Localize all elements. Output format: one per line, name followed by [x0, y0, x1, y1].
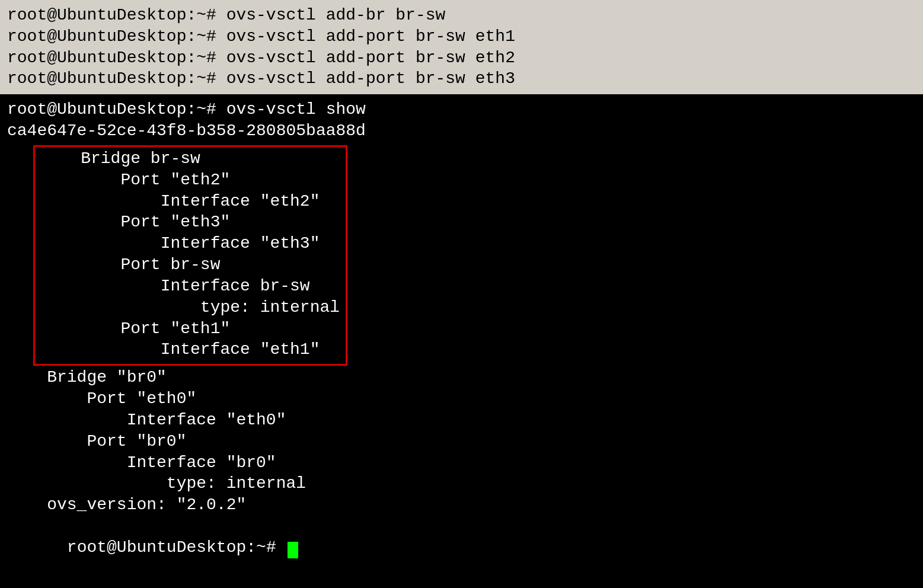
below-line-3: Port "br0": [7, 431, 916, 452]
uuid-line: ca4e647e-52ce-43f8-b358-280805baa88d: [7, 120, 916, 142]
red-box-line-5: Port br-sw: [41, 254, 340, 276]
below-line-5: type: internal: [7, 473, 916, 494]
terminal: root@UbuntuDesktop:~# ovs-vsctl add-br b…: [0, 0, 923, 588]
header-line-4: root@UbuntuDesktop:~# ovs-vsctl add-port…: [7, 68, 916, 90]
red-box-line-8: Port "eth1": [41, 318, 340, 340]
header-line-1: root@UbuntuDesktop:~# ovs-vsctl add-br b…: [7, 5, 916, 26]
red-box: Bridge br-sw Port "eth2" Interface "eth2…: [33, 145, 347, 366]
red-box-line-3: Port "eth3": [41, 212, 340, 233]
main-area: root@UbuntuDesktop:~# ovs-vsctl show ca4…: [0, 94, 923, 584]
red-box-line-0: Bridge br-sw: [41, 148, 340, 170]
red-box-line-1: Port "eth2": [41, 170, 340, 191]
red-box-line-9: Interface "eth1": [41, 339, 340, 360]
red-box-line-7: type: internal: [41, 297, 340, 318]
final-prompt-text: root@UbuntuDesktop:~#: [67, 538, 286, 557]
below-line-1: Port "eth0": [7, 388, 916, 410]
below-line-2: Interface "eth0": [7, 410, 916, 431]
header-area: root@UbuntuDesktop:~# ovs-vsctl add-br b…: [0, 0, 923, 94]
header-line-3: root@UbuntuDesktop:~# ovs-vsctl add-port…: [7, 47, 916, 69]
cursor-block: [288, 542, 298, 558]
show-command-line: root@UbuntuDesktop:~# ovs-vsctl show: [7, 99, 916, 120]
red-box-container: Bridge br-sw Port "eth2" Interface "eth2…: [7, 144, 916, 367]
final-prompt-line[interactable]: root@UbuntuDesktop:~#: [7, 516, 916, 579]
red-box-line-6: Interface br-sw: [41, 276, 340, 297]
red-box-line-4: Interface "eth3": [41, 233, 340, 254]
header-line-2: root@UbuntuDesktop:~# ovs-vsctl add-port…: [7, 26, 916, 47]
red-box-line-2: Interface "eth2": [41, 191, 340, 212]
below-line-0: Bridge "br0": [7, 367, 916, 388]
below-line-4: Interface "br0": [7, 452, 916, 474]
below-line-6: ovs_version: "2.0.2": [7, 494, 916, 516]
